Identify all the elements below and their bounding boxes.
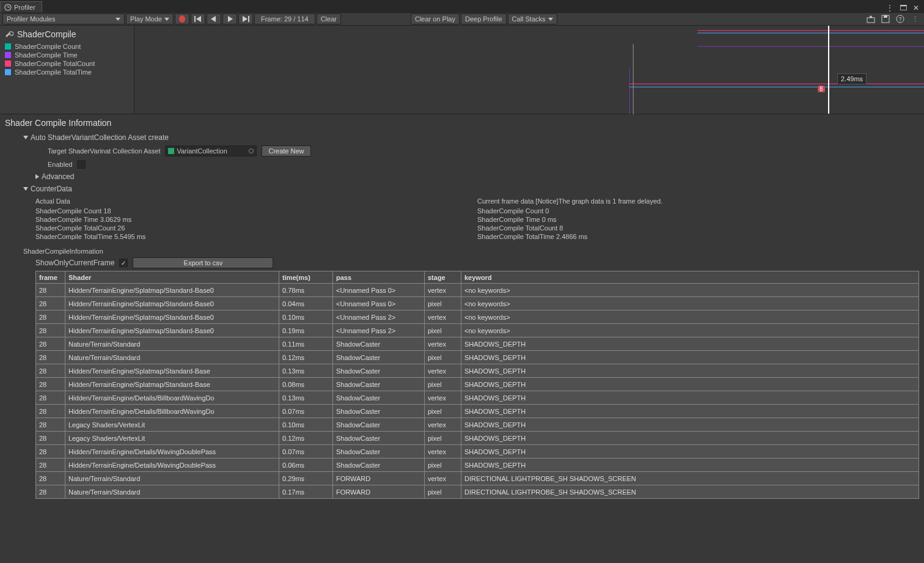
data-line: ShaderCompile TotalTime 5.5495 ms [35,233,477,240]
table-row[interactable]: 28Nature/Terrain/Standard0.11msShadowCas… [36,337,919,351]
table-cell: 28 [36,418,65,432]
legend-item[interactable]: ShaderCompile Count [5,43,129,50]
record-button[interactable] [175,13,189,24]
svg-marker-10 [869,15,873,18]
table-row[interactable]: 28Nature/Terrain/Standard0.29msFORWARDve… [36,472,919,485]
table-cell: Hidden/TerrainEngine/Splatmap/Standard-B… [65,364,279,378]
table-row[interactable]: 28Hidden/TerrainEngine/Splatmap/Standard… [36,311,919,324]
table-row[interactable]: 28Hidden/TerrainEngine/Details/Billboard… [36,391,919,405]
foldout-auto-asset[interactable]: Auto ShaderVariantCollection Asset creat… [23,133,919,142]
table-cell: 0.08ms [279,378,333,391]
table-cell: SHADOWS_DEPTH [461,418,919,432]
data-line: ShaderCompile Count 18 [35,207,477,215]
table-cell: Nature/Terrain/Standard [65,351,279,364]
table-row[interactable]: 28Hidden/TerrainEngine/Splatmap/Standard… [36,297,919,311]
frame-scrubber[interactable] [828,26,829,114]
enabled-checkbox[interactable] [77,160,86,169]
table-cell: 0.10ms [279,311,333,324]
foldout-counter-data[interactable]: CounterData [23,185,919,193]
column-header[interactable]: keyword [461,271,919,284]
kebab-icon[interactable]: ⋮ [908,13,922,24]
table-row[interactable]: 28Nature/Terrain/Standard0.17msFORWARDpi… [36,485,919,499]
table-cell: 0.04ms [279,297,333,311]
column-header[interactable]: Shader [65,271,279,284]
object-field[interactable]: VariantCollection [165,145,257,156]
module-sidebar[interactable]: ShaderCompile ShaderCompile CountShaderC… [0,26,134,114]
table-row[interactable]: 28Hidden/TerrainEngine/Splatmap/Standard… [36,378,919,391]
table-cell: 28 [36,351,65,364]
table-cell: Nature/Terrain/Standard [65,472,279,485]
legend-item[interactable]: ShaderCompile TotalCount [5,60,129,67]
load-icon[interactable] [864,13,878,24]
play-mode-dropdown[interactable]: Play Mode [126,13,174,24]
show-only-checkbox[interactable] [119,259,128,267]
table-cell: Hidden/TerrainEngine/Details/WavingDoubl… [65,445,279,458]
detail-panel: Shader Compile Information Auto ShaderVa… [0,114,924,563]
close-icon[interactable]: ✕ [912,4,920,12]
table-cell: DIRECTIONAL LIGHTPROBE_SH SHADOWS_SCREEN [461,472,919,485]
play-mode-label: Play Mode [130,15,162,23]
table-cell: ShadowCaster [333,391,425,405]
table-cell: 28 [36,432,65,445]
table-row[interactable]: 28Hidden/TerrainEngine/Splatmap/Standard… [36,284,919,297]
table-row[interactable]: 28Hidden/TerrainEngine/Details/WavingDou… [36,445,919,458]
column-header[interactable]: pass [333,271,425,284]
legend-item[interactable]: ShaderCompile Time [5,51,129,59]
window-controls: ⋮ 🗖 ✕ [885,4,924,12]
legend-item[interactable]: ShaderCompile TotalTime [5,68,129,76]
foldout-advanced[interactable]: Advanced [35,172,919,181]
graph-badge: 8 [818,86,825,92]
object-picker-icon[interactable] [249,149,254,153]
table-row[interactable]: 28Hidden/TerrainEngine/Splatmap/Standard… [36,324,919,337]
table-cell: Hidden/TerrainEngine/Splatmap/Standard-B… [65,297,279,311]
call-stacks-dropdown[interactable]: Call Stacks [508,13,557,24]
table-row[interactable]: 28Nature/Terrain/Standard0.12msShadowCas… [36,351,919,364]
first-frame-button[interactable] [191,13,205,24]
svg-text:?: ? [898,16,901,22]
table-cell: pixel [425,485,461,499]
maximize-icon[interactable]: 🗖 [898,4,908,12]
table-cell: DIRECTIONAL LIGHTPROBE_SH SHADOWS_SCREEN [461,485,919,499]
save-icon[interactable] [879,13,892,24]
clear-on-play-button[interactable]: Clear on Play [411,13,460,24]
export-csv-button[interactable]: Export to csv [133,257,273,268]
svg-marker-7 [243,16,248,22]
column-header[interactable]: stage [425,271,461,284]
profiler-modules-dropdown[interactable]: Profiler Modules [2,13,125,24]
table-cell: 0.19ms [279,324,333,337]
legend-swatch [5,43,11,50]
tab-profiler[interactable]: Profiler [0,1,42,12]
svg-marker-6 [228,16,233,22]
table-cell: ShadowCaster [333,351,425,364]
table-row[interactable]: 28Hidden/TerrainEngine/Details/WavingDou… [36,458,919,472]
table-row[interactable]: 28Legacy Shaders/VertexLit0.12msShadowCa… [36,432,919,445]
table-cell: Hidden/TerrainEngine/Details/BillboardWa… [65,391,279,405]
table-cell: <no keywords> [461,324,919,337]
create-new-button[interactable]: Create New [262,145,310,156]
table-cell: 28 [36,485,65,499]
prev-frame-button[interactable] [207,13,221,24]
column-header[interactable]: time(ms) [279,271,333,284]
deep-profile-button[interactable]: Deep Profile [461,13,507,24]
frame-label: Frame: 29 / 114 [261,15,309,23]
column-header[interactable]: frame [36,271,65,284]
clear-button[interactable]: Clear [317,13,341,24]
profiler-window: Profiler ⋮ 🗖 ✕ Profiler Modules Play Mod… [0,0,924,563]
table-row[interactable]: 28Legacy Shaders/VertexLit0.10msShadowCa… [36,418,919,432]
table-cell: Hidden/TerrainEngine/Splatmap/Standard-B… [65,324,279,337]
table-row[interactable]: 28Hidden/TerrainEngine/Splatmap/Standard… [36,364,919,378]
graph-plot[interactable]: 2.49ms 8 [134,26,924,114]
next-frame-button[interactable] [222,13,237,24]
frame-indicator: Frame: 29 / 114 [254,13,315,24]
arrow-down-icon [23,187,28,191]
last-frame-button[interactable] [238,13,253,24]
table-cell: SHADOWS_DEPTH [461,391,919,405]
arrow-right-icon [35,174,39,179]
table-cell: 0.12ms [279,432,333,445]
help-icon[interactable]: ? [893,13,907,24]
table-row[interactable]: 28Hidden/TerrainEngine/Details/Billboard… [36,405,919,418]
table-body: 28Hidden/TerrainEngine/Splatmap/Standard… [36,284,919,499]
menu-icon[interactable]: ⋮ [885,4,895,12]
table-cell: 0.10ms [279,418,333,432]
asset-icon [168,148,174,154]
